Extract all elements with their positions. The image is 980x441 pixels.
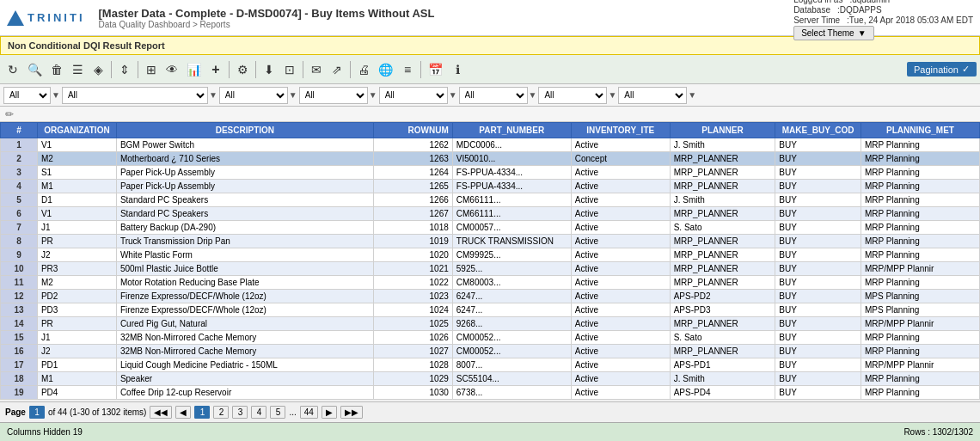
lines-button[interactable]: ≡ — [398, 59, 417, 80]
select-theme-button[interactable]: Select Theme ▼ — [793, 26, 873, 40]
table-row[interactable]: 9 J2 White Plastic Form 1020 CM99925... … — [1, 248, 980, 262]
filter-select-7[interactable]: All — [538, 87, 607, 104]
info-button[interactable]: ℹ — [448, 59, 467, 80]
page-1-button[interactable]: 1 — [194, 406, 210, 419]
globe-button[interactable]: 🌐 — [375, 59, 396, 80]
calendar-button[interactable]: 📅 — [425, 59, 446, 80]
cell-make-buy: BUY — [775, 221, 861, 235]
last-page-number-button[interactable]: 44 — [300, 406, 318, 419]
share-button[interactable]: ⇗ — [328, 59, 346, 80]
cell-part: CM00052... — [452, 345, 571, 358]
cell-desc: Standard PC Speakers — [116, 193, 373, 207]
table-row[interactable]: 18 M1 Speaker 1029 SC55104... Active J. … — [1, 372, 980, 386]
table-row[interactable]: 10 PR3 500ml Plastic Juice Bottle 1021 5… — [1, 262, 980, 276]
cell-make-buy: BUY — [775, 290, 861, 303]
cell-planner: MRP_PLANNER — [670, 345, 775, 358]
eye-button[interactable]: 👁 — [162, 59, 181, 80]
filter-select-8[interactable]: All — [618, 87, 687, 104]
cell-part: CM99925... — [452, 248, 571, 262]
col-header-planning[interactable]: PLANNING_MET — [861, 123, 979, 138]
page-5-button[interactable]: 5 — [270, 406, 285, 419]
cell-inv: Active — [571, 386, 670, 400]
table-row[interactable]: 12 PD2 Firenze Expresso/DECF/Whole (12oz… — [1, 290, 980, 303]
first-page-button[interactable]: ◀◀ — [150, 406, 172, 419]
col-header-part-number[interactable]: PART_NUMBER — [452, 123, 571, 138]
col-header-planner[interactable]: PLANNER — [670, 123, 775, 138]
refresh-button[interactable]: ↻ — [3, 59, 22, 80]
table-row[interactable]: 4 M1 Paper Pick-Up Assembly 1265 FS-PPUA… — [1, 180, 980, 193]
cell-rownum: 1029 — [373, 372, 452, 386]
filter-select-6[interactable]: All — [459, 87, 528, 104]
cell-planner: MRP_PLANNER — [670, 152, 775, 166]
table-row[interactable]: 3 S1 Paper Pick-Up Assembly 1264 FS-PPUA… — [1, 166, 980, 180]
table-row[interactable]: 7 J1 Battery Backup (DA-290) 1018 CM0005… — [1, 221, 980, 235]
cell-rownum: 1264 — [373, 166, 452, 180]
cell-part: MDC0006... — [452, 138, 571, 152]
header: TRINITI [Master Data - Complete - D-MSD0… — [0, 0, 980, 36]
cell-desc: Paper Pick-Up Assembly — [116, 180, 373, 193]
list-view-button[interactable]: ☰ — [68, 59, 87, 80]
cell-row-num: 1 — [1, 138, 38, 152]
search-button[interactable]: 🔍 — [24, 59, 46, 80]
last-page-button[interactable]: ▶▶ — [340, 406, 363, 419]
next-page-button[interactable]: ▶ — [322, 406, 337, 419]
cell-row-num: 19 — [1, 386, 38, 400]
download-button[interactable]: ⬇ — [260, 59, 279, 80]
table-row[interactable]: 8 PR Truck Transmission Drip Pan 1019 TR… — [1, 235, 980, 248]
grid-button[interactable]: ⊞ — [142, 59, 161, 80]
filter-select-4[interactable]: All — [299, 87, 368, 104]
cell-inv: Active — [571, 207, 670, 221]
cell-org: V1 — [37, 207, 116, 221]
filter-select-5[interactable]: All — [379, 87, 448, 104]
pagination-total: of 44 (1-30 of 1302 items) — [48, 407, 147, 417]
prev-page-button[interactable]: ◀ — [175, 406, 191, 419]
filter-select-3[interactable]: All — [219, 87, 288, 104]
filter-select-2[interactable]: All — [62, 87, 208, 104]
cell-make-buy: BUY — [775, 303, 861, 317]
chart-button[interactable]: 📊 — [183, 59, 205, 80]
table-row[interactable]: 13 PD3 Firenze Expresso/DECF/Whole (12oz… — [1, 303, 980, 317]
page-3-button[interactable]: 3 — [232, 406, 248, 419]
table-row[interactable]: 17 PD1 Liquid Cough Medicine Pediatric -… — [1, 358, 980, 372]
page-2-button[interactable]: 2 — [213, 406, 229, 419]
cell-org: J2 — [37, 248, 116, 262]
table-row[interactable]: 14 PR Cured Pig Gut, Natural 1025 9268..… — [1, 317, 980, 331]
layers-button[interactable]: ◈ — [89, 59, 107, 80]
settings-button[interactable]: ⚙ — [233, 59, 252, 80]
current-page-button[interactable]: 1 — [29, 406, 45, 419]
col-header-make-buy[interactable]: MAKE_BUY_COD — [775, 123, 861, 138]
table-row[interactable]: 1 V1 BGM Power Switch 1262 MDC0006... Ac… — [1, 138, 980, 152]
cell-desc: Paper Pick-Up Assembly — [116, 166, 373, 180]
table-row[interactable]: 6 V1 Standard PC Speakers 1267 CM66111..… — [1, 207, 980, 221]
cell-make-buy: BUY — [775, 345, 861, 358]
pagination-button[interactable]: Pagination ✓ — [907, 62, 977, 77]
filter-button[interactable]: ⊡ — [280, 59, 299, 80]
table-row[interactable]: 2 M2 Motherboard ¿ 710 Series 1263 VI500… — [1, 152, 980, 166]
cell-planning: MRP Planning — [861, 345, 979, 358]
cell-org: PR — [37, 235, 116, 248]
col-header-description[interactable]: DESCRIPTION — [116, 123, 373, 138]
sort-button[interactable]: ⇕ — [115, 59, 134, 80]
col-header-inventory[interactable]: INVENTORY_ITE — [571, 123, 670, 138]
table-row[interactable]: 11 M2 Motor Rotation Reducing Base Plate… — [1, 276, 980, 290]
cell-rownum: 1262 — [373, 138, 452, 152]
email-button[interactable]: ✉ — [307, 59, 326, 80]
col-header-rownum[interactable]: ROWNUM — [373, 123, 452, 138]
table-row[interactable]: 19 PD4 Coffee Drip 12-cup Reservoir 1030… — [1, 386, 980, 400]
col-header-hash[interactable]: # — [1, 123, 38, 138]
table-row[interactable]: 16 J2 32MB Non-Mirrored Cache Memory 102… — [1, 345, 980, 358]
filter-select-1[interactable]: All — [3, 87, 51, 104]
plus-button[interactable]: + — [206, 59, 225, 80]
cell-planner: MRP_PLANNER — [670, 317, 775, 331]
cell-inv: Active — [571, 193, 670, 207]
print-button[interactable]: 🖨 — [354, 59, 373, 80]
cell-planning: MRP Planning — [861, 152, 979, 166]
table-row[interactable]: 5 D1 Standard PC Speakers 1266 CM66111..… — [1, 193, 980, 207]
cell-make-buy: BUY — [775, 152, 861, 166]
table-row[interactable]: 15 J1 32MB Non-Mirrored Cache Memory 102… — [1, 331, 980, 345]
page-4-button[interactable]: 4 — [251, 406, 266, 419]
delete-button[interactable]: 🗑 — [47, 59, 66, 80]
cell-rownum: 1023 — [373, 290, 452, 303]
col-header-organization[interactable]: ORGANIZATION — [37, 123, 116, 138]
separator — [255, 61, 256, 78]
